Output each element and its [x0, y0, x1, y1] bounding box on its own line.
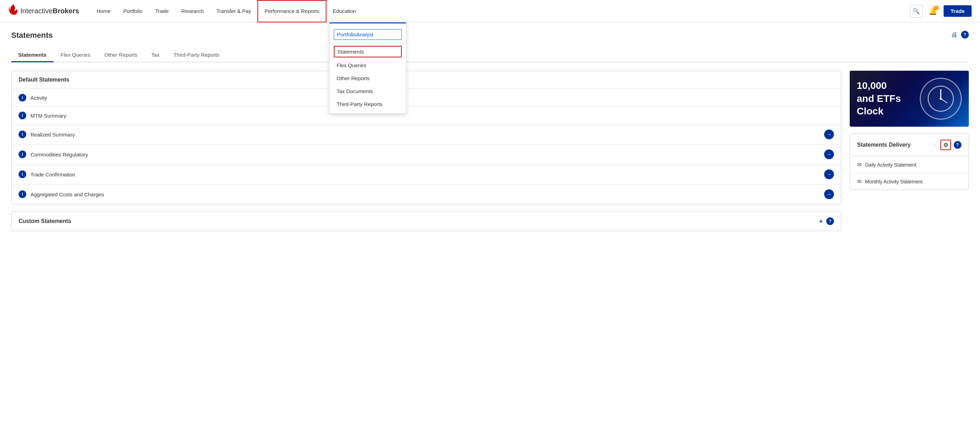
ad-line1: 10,000 — [857, 80, 887, 91]
page-title: Statements — [11, 31, 53, 40]
page-help-icon[interactable]: ? — [961, 31, 969, 38]
dropdown-statements[interactable]: Statements — [334, 46, 402, 57]
nav-trade[interactable]: Trade — [149, 0, 175, 22]
nav-transfer[interactable]: Transfer & Pay — [210, 0, 258, 22]
search-button[interactable]: 🔍 — [910, 5, 923, 17]
trade-button[interactable]: Trade — [943, 5, 972, 17]
svg-line-2 — [941, 99, 947, 103]
default-statements-header: Default Statements — [11, 71, 841, 89]
top-bar: Statements 🖨 ? — [11, 31, 969, 47]
dropdown-third-party[interactable]: Third-Party Reports — [329, 98, 406, 111]
statement-row-commodities: i Commodities Regulatory → — [11, 144, 841, 164]
dropdown-divider — [329, 43, 406, 43]
delivery-header: Statements Delivery ⚙ ? — [850, 134, 969, 156]
statement-row-mtm: i MTM Summary — [11, 106, 841, 124]
delivery-monthly-label: Monthly Activity Statement — [865, 179, 923, 184]
tab-other-reports[interactable]: Other Reports — [97, 48, 144, 62]
ad-line2: and ETFs — [857, 93, 901, 104]
dropdown-tax-documents[interactable]: Tax Documents — [329, 85, 406, 98]
dropdown-other-reports[interactable]: Other Reports — [329, 72, 406, 85]
statement-row-activity-left: i Activity — [19, 94, 47, 102]
nav-right: 🔍 🔔 ! Trade — [910, 5, 972, 17]
delivery-title: Statements Delivery — [857, 142, 911, 148]
delivery-header-icons: ⚙ ? — [940, 140, 961, 150]
mtm-info-icon[interactable]: i — [19, 112, 26, 119]
mtm-label: MTM Summary — [30, 113, 67, 119]
custom-statements-help-icon[interactable]: ? — [826, 217, 834, 225]
logo-text: InteractiveBrokers — [20, 7, 79, 15]
tab-third-party[interactable]: Third-Party Reports — [166, 48, 226, 62]
delivery-monthly: ✉ Monthly Activity Statement — [850, 173, 969, 190]
nav-performance[interactable]: Performance & Reports — [258, 0, 326, 22]
page-top-icons: 🖨 ? — [951, 31, 969, 38]
page-content: Statements 🖨 ? Statements Flex Queries O… — [0, 22, 980, 246]
trade-confirm-info-icon[interactable]: i — [19, 170, 26, 178]
delivery-daily-label: Daily Activity Statement — [865, 162, 916, 168]
statement-row-aggregated: i Aggregated Costs and Charges → — [11, 184, 841, 204]
realized-info-icon[interactable]: i — [19, 130, 26, 138]
custom-statements-header: Custom Statements + ? — [11, 212, 841, 231]
svg-point-3 — [940, 98, 942, 100]
gear-icon: ⚙ — [943, 142, 948, 148]
print-icon[interactable]: 🖨 — [951, 31, 958, 38]
nav-home[interactable]: Home — [91, 0, 117, 22]
ad-clock-icon — [920, 78, 962, 120]
nav-education[interactable]: Education — [326, 0, 363, 22]
tabs-bar: Statements Flex Queries Other Reports Ta… — [11, 48, 969, 62]
logo[interactable]: InteractiveBrokers — [8, 4, 79, 18]
navbar: InteractiveBrokers Home Portfolio Trade … — [0, 0, 980, 22]
trade-confirm-label: Trade Confirmation — [30, 171, 75, 178]
nav-research[interactable]: Research — [175, 0, 210, 22]
logo-flame-icon — [8, 4, 18, 18]
nav-links: Home Portfolio Trade Research Transfer &… — [91, 0, 910, 22]
tab-flex-queries[interactable]: Flex Queries — [54, 48, 97, 62]
aggregated-label: Aggregated Costs and Charges — [30, 192, 104, 197]
delivery-gear-button[interactable]: ⚙ — [940, 140, 951, 150]
activity-label: Activity — [30, 95, 47, 101]
right-panel: 10,000 and ETFs Clock Statements Deliv — [850, 71, 969, 238]
performance-reports-dropdown: PortfolioAnalyst Statements Flex Queries… — [329, 22, 406, 114]
custom-statements-actions: + ? — [819, 217, 834, 225]
realized-label: Realized Summary — [30, 132, 75, 138]
dropdown-flex-queries[interactable]: Flex Queries — [329, 59, 406, 72]
left-panel: Default Statements i Activity i MTM Summ… — [11, 71, 841, 238]
delivery-daily: ✉ Daily Activity Statement — [850, 156, 969, 173]
statement-row-aggregated-left: i Aggregated Costs and Charges — [19, 190, 104, 198]
statement-row-realized: i Realized Summary → — [11, 124, 841, 144]
dropdown-portfolio-analyst[interactable]: PortfolioAnalyst — [334, 29, 402, 40]
custom-statements-card: Custom Statements + ? — [11, 211, 841, 231]
activity-info-icon[interactable]: i — [19, 94, 26, 102]
default-statements-card: Default Statements i Activity i MTM Summ… — [11, 71, 841, 205]
statement-row-commodities-left: i Commodities Regulatory — [19, 151, 88, 158]
statement-row-mtm-left: i MTM Summary — [19, 112, 67, 119]
ad-text: 10,000 and ETFs Clock — [857, 79, 901, 117]
custom-statements-title: Custom Statements — [19, 218, 71, 224]
ad-banner: 10,000 and ETFs Clock — [850, 71, 969, 127]
statements-delivery-card: Statements Delivery ⚙ ? ✉ Daily Activity… — [850, 134, 969, 190]
aggregated-info-icon[interactable]: i — [19, 190, 26, 198]
nav-portfolio[interactable]: Portfolio — [117, 0, 149, 22]
ad-line3: Clock — [857, 106, 883, 117]
commodities-label: Commodities Regulatory — [30, 152, 88, 157]
statement-row-activity: i Activity — [11, 89, 841, 106]
main-layout: Default Statements i Activity i MTM Summ… — [11, 71, 969, 238]
commodities-info-icon[interactable]: i — [19, 151, 26, 158]
mail-icon-monthly: ✉ — [857, 178, 862, 185]
mail-icon-daily: ✉ — [857, 161, 862, 168]
notifications-button[interactable]: 🔔 ! — [927, 5, 939, 17]
realized-arrow-button[interactable]: → — [824, 130, 834, 139]
default-statements-title: Default Statements — [19, 77, 69, 83]
statement-row-trade-confirm-left: i Trade Confirmation — [19, 170, 75, 178]
delivery-help-icon[interactable]: ? — [954, 141, 961, 149]
add-custom-statement-icon[interactable]: + — [819, 218, 823, 225]
aggregated-arrow-button[interactable]: → — [824, 189, 834, 199]
tab-tax[interactable]: Tax — [144, 48, 166, 62]
trade-confirm-arrow-button[interactable]: → — [824, 170, 834, 179]
commodities-arrow-button[interactable]: → — [824, 149, 834, 159]
search-icon: 🔍 — [913, 8, 920, 14]
notification-badge: ! — [934, 6, 939, 11]
statement-row-trade-confirm: i Trade Confirmation → — [11, 164, 841, 184]
tab-statements[interactable]: Statements — [11, 48, 54, 62]
statement-row-realized-left: i Realized Summary — [19, 130, 75, 138]
